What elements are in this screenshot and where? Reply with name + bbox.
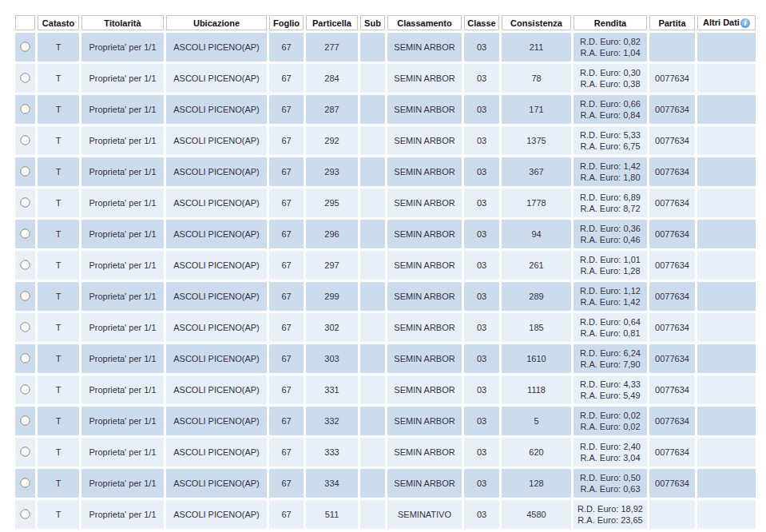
foglio-cell: 67: [269, 375, 304, 404]
row-select-radio[interactable]: [20, 260, 30, 269]
rendita-cell: R.D. Euro: 1,12 R.A. Euro: 1,42: [574, 282, 647, 311]
rendita-rd-line: R.D. Euro: 0,02: [576, 410, 645, 421]
rendita-ra-line: R.A. Euro: 6,75: [576, 141, 645, 152]
sub-cell: [360, 313, 385, 342]
sub-cell: [360, 469, 385, 498]
catasto-cell: T: [38, 469, 79, 498]
row-select-radio[interactable]: [20, 447, 30, 456]
titolarita-cell: Proprieta' per 1/1: [81, 282, 164, 311]
altri-dati-cell: [697, 469, 756, 498]
foglio-cell: 67: [269, 33, 304, 62]
titolarita-cell: Proprieta' per 1/1: [81, 251, 164, 280]
ubicazione-cell: ASCOLI PICENO(AP): [166, 189, 267, 217]
ubicazione-cell: ASCOLI PICENO(AP): [166, 375, 267, 404]
info-icon[interactable]: i: [740, 18, 750, 28]
row-select-radio[interactable]: [20, 478, 30, 487]
classe-cell: 03: [464, 313, 499, 342]
rendita-cell: R.D. Euro: 5,33 R.A. Euro: 6,75: [574, 126, 647, 155]
row-select-radio[interactable]: [20, 291, 30, 300]
partita-cell: [649, 33, 695, 62]
sub-cell: [360, 33, 385, 62]
titolarita-cell: Proprieta' per 1/1: [81, 469, 164, 498]
particella-cell: 287: [306, 95, 358, 124]
table-row: T Proprieta' per 1/1 ASCOLI PICENO(AP) 6…: [15, 469, 756, 498]
rendita-rd-line: R.D. Euro: 18,92: [576, 503, 645, 514]
particella-cell: 296: [306, 220, 358, 248]
rendita-ra-line: R.A. Euro: 5,49: [576, 390, 645, 401]
row-select-cell: [15, 33, 35, 62]
row-select-radio[interactable]: [20, 166, 30, 176]
rendita-rd-line: R.D. Euro: 4,33: [576, 379, 645, 390]
classamento-cell: SEMIN ARBOR: [387, 220, 462, 248]
rendita-rd-line: R.D. Euro: 0,64: [576, 316, 645, 328]
classamento-cell: SEMIN ARBOR: [387, 469, 462, 498]
partita-cell: 0077634: [649, 95, 695, 124]
row-select-radio[interactable]: [20, 353, 30, 363]
row-select-radio[interactable]: [20, 228, 30, 238]
classe-cell: 03: [464, 95, 499, 124]
row-select-radio[interactable]: [20, 322, 30, 332]
classamento-cell: SEMIN ARBOR: [387, 344, 462, 373]
catasto-cell: T: [38, 438, 79, 466]
rendita-ra-line: R.A. Euro: 1,04: [576, 47, 645, 58]
table-row: T Proprieta' per 1/1 ASCOLI PICENO(AP) 6…: [15, 407, 756, 435]
ubicazione-cell: ASCOLI PICENO(AP): [166, 469, 267, 498]
classamento-cell: SEMIN ARBOR: [387, 95, 462, 124]
column-header-altri-dati: Altri Datii: [697, 15, 756, 30]
sub-cell: [360, 282, 385, 311]
ubicazione-cell: ASCOLI PICENO(AP): [166, 157, 267, 186]
sub-cell: [360, 251, 385, 280]
column-header-consistenza: Consistenza: [502, 15, 571, 30]
particella-cell: 511: [306, 500, 358, 529]
rendita-cell: R.D. Euro: 6,89 R.A. Euro: 8,72: [574, 189, 647, 217]
column-header-titolarita: Titolarità: [81, 15, 164, 30]
row-select-radio[interactable]: [20, 197, 30, 207]
classamento-cell: SEMIN ARBOR: [387, 438, 462, 466]
rendita-rd-line: R.D. Euro: 6,24: [576, 347, 645, 359]
row-select-radio[interactable]: [20, 384, 30, 394]
foglio-cell: 67: [269, 220, 304, 248]
classe-cell: 03: [464, 407, 499, 435]
ubicazione-cell: ASCOLI PICENO(AP): [166, 282, 267, 311]
classe-cell: 03: [464, 220, 499, 248]
sub-cell: [360, 220, 385, 248]
column-header-classamento: Classamento: [387, 15, 462, 30]
table-row: T Proprieta' per 1/1 ASCOLI PICENO(AP) 6…: [15, 344, 756, 373]
classe-cell: 03: [464, 282, 499, 311]
row-select-radio[interactable]: [20, 135, 30, 145]
titolarita-cell: Proprieta' per 1/1: [81, 95, 164, 124]
sub-cell: [360, 95, 385, 124]
row-select-radio[interactable]: [20, 104, 30, 113]
rendita-ra-line: R.A. Euro: 1,28: [576, 265, 645, 276]
altri-dati-cell: [697, 126, 756, 155]
classe-cell: 03: [464, 438, 499, 466]
ubicazione-cell: ASCOLI PICENO(AP): [166, 220, 267, 248]
altri-dati-label: Altri Dati: [703, 18, 740, 27]
ubicazione-cell: ASCOLI PICENO(AP): [166, 438, 267, 466]
classe-cell: 03: [464, 469, 499, 498]
row-select-cell: [15, 64, 35, 93]
classe-cell: 03: [464, 344, 499, 373]
particella-cell: 333: [306, 438, 358, 466]
row-select-radio[interactable]: [20, 415, 30, 425]
rendita-cell: R.D. Euro: 0,02 R.A. Euro: 0,02: [574, 407, 647, 435]
classe-cell: 03: [464, 375, 499, 404]
row-select-radio[interactable]: [20, 73, 30, 82]
ubicazione-cell: ASCOLI PICENO(AP): [166, 126, 267, 155]
row-select-cell: [15, 126, 35, 155]
consistenza-cell: 78: [502, 64, 571, 93]
sub-cell: [360, 189, 385, 217]
table-row: T Proprieta' per 1/1 ASCOLI PICENO(AP) 6…: [15, 189, 756, 217]
partita-cell: [649, 500, 695, 529]
rendita-cell: R.D. Euro: 0,66 R.A. Euro: 0,84: [574, 95, 647, 124]
row-select-radio[interactable]: [20, 42, 30, 51]
consistenza-cell: 367: [502, 157, 571, 186]
classe-cell: 03: [464, 251, 499, 280]
row-select-cell: [15, 282, 35, 311]
classe-cell: 03: [464, 33, 499, 62]
altri-dati-cell: [697, 220, 756, 248]
titolarita-cell: Proprieta' per 1/1: [81, 33, 164, 62]
row-select-radio[interactable]: [20, 509, 30, 518]
foglio-cell: 67: [269, 500, 304, 529]
rendita-rd-line: R.D. Euro: 6,89: [576, 192, 645, 203]
